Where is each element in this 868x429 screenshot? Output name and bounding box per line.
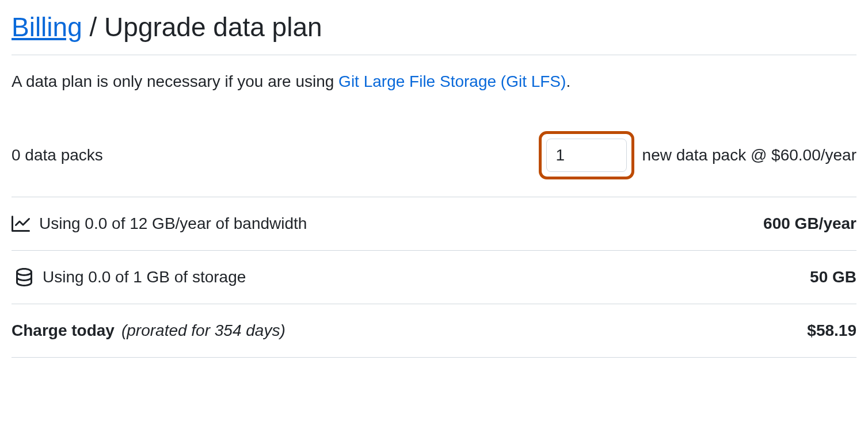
- graph-icon: [12, 215, 30, 233]
- description-prefix: A data plan is only necessary if you are…: [12, 72, 338, 90]
- input-highlight: [539, 131, 634, 179]
- charge-prorated-note: (prorated for 354 days): [121, 321, 285, 340]
- breadcrumb-separator: /: [82, 12, 104, 42]
- git-lfs-link[interactable]: Git Large File Storage (Git LFS): [338, 72, 566, 90]
- charge-today-label: Charge today: [12, 321, 115, 340]
- description-text: A data plan is only necessary if you are…: [12, 72, 856, 91]
- page-header: Billing / Upgrade data plan: [12, 12, 856, 55]
- database-icon: [15, 268, 33, 286]
- bandwidth-usage-text: Using 0.0 of 12 GB/year of bandwidth: [39, 215, 307, 233]
- data-packs-input[interactable]: [546, 139, 627, 172]
- page-title-text: Upgrade data plan: [104, 12, 322, 42]
- billing-link[interactable]: Billing: [12, 12, 82, 42]
- page-title: Billing / Upgrade data plan: [12, 12, 856, 43]
- data-pack-price-label: new data pack @ $60.00/year: [642, 146, 856, 164]
- storage-total: 50 GB: [810, 268, 856, 286]
- bandwidth-total: 600 GB/year: [763, 215, 856, 233]
- charge-amount: $58.19: [807, 321, 856, 340]
- data-packs-selector: new data pack @ $60.00/year: [539, 131, 856, 179]
- charge-row: Charge today (prorated for 354 days) $58…: [12, 304, 856, 358]
- data-packs-row: 0 data packs new data pack @ $60.00/year: [12, 131, 856, 197]
- storage-row: Using 0.0 of 1 GB of storage 50 GB: [12, 251, 856, 304]
- storage-usage-text: Using 0.0 of 1 GB of storage: [43, 268, 246, 286]
- description-suffix: .: [566, 72, 570, 90]
- current-data-packs: 0 data packs: [12, 146, 103, 164]
- bandwidth-row: Using 0.0 of 12 GB/year of bandwidth 600…: [12, 197, 856, 251]
